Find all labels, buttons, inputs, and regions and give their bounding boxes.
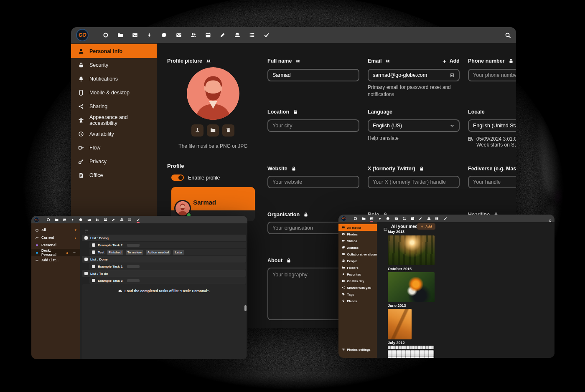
photos-icon[interactable] [63, 218, 66, 222]
photos-nav-albums[interactable]: Albums [338, 244, 377, 251]
deck-icon[interactable] [234, 32, 240, 38]
photos-nav-videos[interactable]: Videos [338, 238, 377, 244]
deck-icon[interactable] [120, 218, 124, 222]
tables-icon[interactable] [249, 32, 255, 38]
photos-nav-photos[interactable]: Photos [338, 231, 377, 238]
photo-july-2012[interactable] [388, 350, 434, 358]
task-checkbox[interactable] [92, 265, 95, 268]
delete-email-icon[interactable] [450, 73, 455, 78]
task-checkbox[interactable] [84, 236, 88, 240]
task-row[interactable]: Example Task 3 [89, 277, 246, 284]
scope-lock-icon[interactable] [509, 58, 514, 63]
photos-icon[interactable] [132, 32, 138, 38]
sidebar-item-notifications[interactable]: Notifications [71, 72, 157, 86]
sidebar-item-privacy[interactable]: Privacy [71, 154, 157, 168]
photos-nav-favorites[interactable]: Favorites [338, 271, 377, 278]
task-checkbox[interactable] [92, 279, 95, 282]
contacts-icon[interactable] [402, 217, 406, 220]
mail-icon[interactable] [87, 218, 91, 222]
dashboard-icon[interactable] [46, 218, 50, 222]
tables-icon[interactable] [435, 217, 439, 220]
locale-select[interactable]: English (United States) [468, 119, 516, 132]
scope-lock-icon[interactable] [291, 166, 296, 171]
task-group-row[interactable]: List : To do [82, 270, 246, 277]
files-icon[interactable] [117, 32, 123, 38]
tasks-icon[interactable] [136, 218, 140, 222]
location-input[interactable] [267, 119, 359, 132]
task-tag[interactable]: Finished [107, 250, 123, 255]
sidebar-item-security[interactable]: Security [71, 58, 157, 72]
task-group-row[interactable]: List : Done [82, 256, 246, 263]
scope-lock-icon[interactable] [293, 109, 298, 114]
photos-nav-tags[interactable]: Tags [338, 291, 377, 298]
tables-icon[interactable] [128, 218, 132, 222]
enable-profile-toggle[interactable] [171, 175, 184, 181]
photos-nav-collaborative-albums[interactable]: Collaborative albums [338, 251, 377, 258]
sidebar-item-appearance[interactable]: Appearance and accessibility [71, 113, 157, 127]
scope-group-icon[interactable] [295, 58, 300, 63]
load-completed-tasks[interactable]: Load the completed tasks of list “Deck: … [82, 284, 246, 359]
activity-icon[interactable] [147, 32, 153, 38]
photos-nav-folders[interactable]: Folders [338, 264, 377, 271]
notes-icon[interactable] [419, 217, 422, 220]
twitter-input[interactable] [368, 176, 460, 188]
choose-from-files-button[interactable] [207, 124, 219, 137]
sidebar-item-availability[interactable]: Availability [71, 127, 157, 141]
contacts-icon[interactable] [191, 32, 196, 38]
photo-june-2013[interactable] [388, 309, 412, 339]
language-select[interactable]: English (US) [368, 119, 460, 132]
add-email-button[interactable]: Add [442, 58, 460, 64]
activity-icon[interactable] [71, 218, 75, 222]
photo-may-2018[interactable] [388, 235, 435, 265]
website-input[interactable] [267, 176, 359, 188]
search-icon[interactable] [549, 217, 552, 220]
go-logo[interactable]: GO [34, 217, 39, 223]
go-logo[interactable]: GO [341, 216, 346, 221]
photos-nav-on-this-day[interactable]: On this day [338, 278, 377, 284]
scope-group-icon[interactable] [385, 58, 390, 63]
talk-icon[interactable] [386, 217, 390, 220]
files-icon[interactable] [362, 217, 366, 220]
mail-icon[interactable] [394, 217, 398, 220]
photos-nav-places[interactable]: Places [338, 298, 377, 304]
add-list-button[interactable]: Add List... [31, 256, 80, 264]
tasks-list-personal[interactable]: Personal [31, 241, 80, 249]
notes-icon[interactable] [220, 32, 226, 38]
task-checkbox[interactable] [92, 243, 95, 247]
photos-nav-people[interactable]: People [338, 258, 377, 264]
task-row[interactable]: Example Task 2 [89, 242, 246, 248]
task-checkbox[interactable] [92, 250, 95, 254]
scope-lock-icon[interactable] [286, 258, 291, 263]
notes-icon[interactable] [112, 218, 115, 222]
activity-icon[interactable] [378, 217, 382, 220]
scope-group-icon[interactable] [206, 58, 211, 63]
sidebar-item-flow[interactable]: Flow [71, 141, 157, 154]
sidebar-item-personal-info[interactable]: Personal info [71, 44, 157, 58]
dashboard-icon[interactable] [103, 32, 109, 38]
task-row[interactable]: Example Task 1 [89, 263, 246, 270]
photos-settings-button[interactable]: Photos settings [338, 346, 377, 353]
task-tag[interactable]: To review [126, 250, 143, 255]
photos-icon[interactable] [370, 217, 374, 220]
task-tag[interactable]: Action needed [146, 250, 171, 255]
talk-icon[interactable] [79, 218, 83, 222]
files-icon[interactable] [55, 218, 58, 222]
sidebar-item-mobile-desktop[interactable]: Mobile & desktop [71, 86, 157, 99]
task-row[interactable]: TestFinishedTo reviewAction neededLater [89, 249, 246, 255]
full-name-input[interactable] [267, 69, 359, 81]
task-group-row[interactable]: List : Doing [82, 235, 246, 241]
add-media-button[interactable]: Add [417, 223, 435, 230]
tasks-filter-all[interactable]: All7 [31, 226, 80, 234]
upload-avatar-button[interactable] [191, 124, 203, 137]
tasks-icon[interactable] [443, 217, 447, 220]
photos-nav-all-media[interactable]: All media [338, 224, 377, 231]
phone-input[interactable] [468, 69, 516, 81]
scrollbar-thumb[interactable] [244, 305, 247, 311]
ellipsis-menu-icon[interactable] [73, 251, 76, 255]
search-icon[interactable] [505, 32, 511, 38]
tasks-list-deck-personal[interactable]: Deck: Personal3 [31, 249, 80, 256]
mail-icon[interactable] [176, 32, 182, 38]
task-checkbox[interactable] [84, 272, 88, 275]
deck-icon[interactable] [427, 217, 431, 220]
fediverse-input[interactable] [468, 176, 516, 188]
